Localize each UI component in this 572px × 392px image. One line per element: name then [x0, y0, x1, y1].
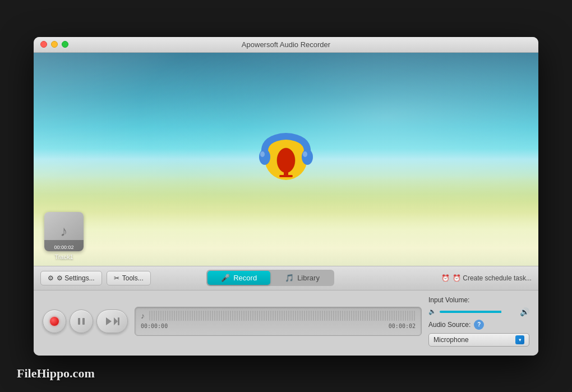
audio-source-help-button[interactable]: ?: [474, 320, 484, 330]
controls-bar: ♪ 00:00:00 00:00:02 Input Volume: 🔈 🔊: [34, 290, 538, 356]
titlebar: Apowersoft Audio Recorder: [34, 37, 538, 53]
pause-button[interactable]: [70, 310, 93, 333]
record-tab-icon: 🎤: [221, 274, 230, 282]
progress-top: ♪: [141, 311, 416, 321]
minimize-button[interactable]: [51, 41, 58, 48]
traffic-lights: [40, 41, 68, 48]
progress-area[interactable]: ♪ 00:00:00 00:00:02: [135, 307, 422, 336]
svg-rect-11: [82, 318, 85, 325]
svg-point-5: [259, 149, 270, 165]
right-panel: Input Volume: 🔈 🔊 Audio Source: ? Microp…: [428, 296, 529, 347]
audio-source-select[interactable]: Microphone ▾: [428, 333, 529, 347]
app-window: Apowersoft Audio Recorder: [34, 37, 538, 356]
app-logo: [252, 122, 320, 190]
watermark: FileHippo.com: [17, 366, 95, 381]
vol-low-icon: 🔈: [428, 308, 436, 315]
record-tab-label: Record: [233, 274, 257, 282]
settings-button[interactable]: ⚙ ⚙ Settings...: [40, 271, 102, 285]
play-skip-button[interactable]: [96, 310, 128, 333]
source-select-arrow-icon: ▾: [515, 335, 524, 344]
volume-slider[interactable]: [440, 311, 516, 313]
library-tab-label: Library: [297, 274, 320, 282]
track-name: Track1: [41, 253, 86, 260]
svg-marker-12: [106, 317, 112, 325]
track-time: 00:00:02: [44, 245, 84, 250]
close-button[interactable]: [40, 41, 47, 48]
end-time: 00:00:02: [389, 323, 416, 329]
settings-icon: ⚙: [48, 274, 54, 282]
source-label: Audio Source:: [428, 321, 470, 329]
play-icon: [105, 317, 113, 326]
audio-source-value: Microphone: [433, 336, 469, 344]
tab-library[interactable]: 🎵 Library: [271, 271, 333, 285]
svg-point-7: [260, 151, 265, 157]
skip-icon: [114, 317, 119, 325]
svg-rect-10: [78, 318, 80, 325]
maximize-button[interactable]: [62, 41, 68, 48]
schedule-label: ⏰ Create schedule task...: [453, 274, 532, 282]
hero-area: ♪ 00:00:02 Track1: [34, 53, 538, 266]
progress-times: 00:00:00 00:00:02: [141, 323, 416, 329]
record-dot-icon: [50, 317, 59, 326]
svg-rect-13: [118, 317, 119, 325]
volume-row: Input Volume:: [428, 296, 529, 304]
svg-point-6: [302, 149, 313, 165]
music-note-icon: ♪: [141, 311, 145, 320]
tools-button[interactable]: ✂ Tools...: [107, 271, 151, 285]
vol-high-icon: 🔊: [520, 307, 529, 316]
settings-label: ⚙ Settings...: [57, 274, 95, 282]
tab-group: 🎤 Record 🎵 Library: [206, 270, 334, 286]
record-button[interactable]: [43, 310, 66, 333]
waveform: [149, 311, 416, 321]
source-row: Audio Source: ?: [428, 320, 529, 330]
svg-text:♪: ♪: [61, 223, 68, 239]
library-tab-icon: 🎵: [285, 274, 294, 282]
current-time: 00:00:00: [141, 323, 168, 329]
schedule-icon: ⏰: [441, 274, 450, 282]
pause-icon: [77, 317, 86, 326]
tools-icon: ✂: [114, 274, 119, 282]
volume-label: Input Volume:: [428, 296, 470, 304]
schedule-button[interactable]: ⏰ ⏰ Create schedule task...: [441, 274, 532, 282]
svg-point-8: [303, 151, 307, 157]
tab-record[interactable]: 🎤 Record: [207, 271, 270, 285]
playback-controls: [43, 310, 128, 333]
svg-rect-4: [279, 175, 293, 177]
volume-control-row: 🔈 🔊: [428, 307, 529, 316]
track-thumbnail[interactable]: ♪ 00:00:02 Track1: [41, 212, 86, 260]
tools-label: Tools...: [122, 274, 144, 282]
track-icon: ♪ 00:00:02: [44, 212, 84, 251]
svg-marker-14: [114, 317, 118, 325]
toolbar: ⚙ ⚙ Settings... ✂ Tools... 🎤 Record 🎵 Li…: [34, 266, 538, 290]
window-title: Apowersoft Audio Recorder: [242, 40, 330, 49]
